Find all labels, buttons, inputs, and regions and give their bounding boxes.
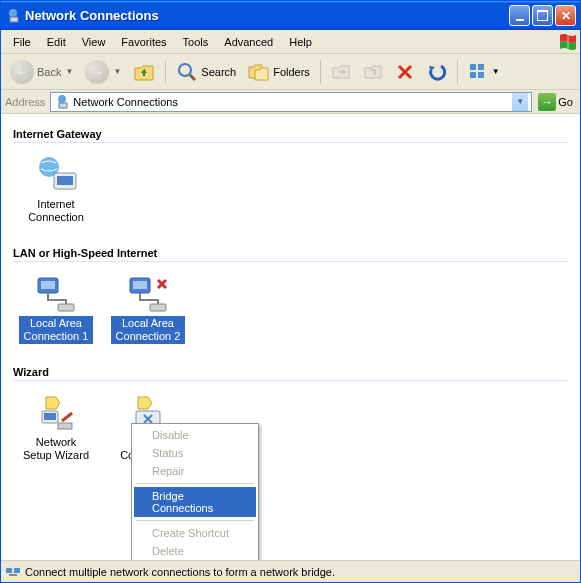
local-area-connection-2-item[interactable]: Local Area Connection 2 [111,274,185,344]
menu-view[interactable]: View [74,34,114,50]
address-text: Network Connections [73,96,509,108]
svg-point-3 [179,64,191,76]
svg-rect-6 [478,64,484,70]
folders-icon [248,62,270,82]
lan-connection-icon [32,274,80,314]
search-label: Search [201,66,236,78]
item-label: Internet Connection [19,197,93,225]
svg-rect-24 [6,568,12,573]
go-label: Go [558,96,573,108]
svg-rect-19 [150,304,166,311]
minimize-button[interactable] [509,5,530,26]
svg-rect-16 [58,304,74,311]
menu-favorites[interactable]: Favorites [113,34,174,50]
svg-rect-10 [59,103,67,108]
svg-rect-7 [470,72,476,78]
svg-rect-8 [478,72,484,78]
menubar: File Edit View Favorites Tools Advanced … [1,30,580,54]
svg-point-0 [9,9,17,17]
go-arrow-icon: → [538,93,556,111]
toolbar-separator [457,60,458,84]
menu-edit[interactable]: Edit [39,34,74,50]
window-title: Network Connections [25,8,509,23]
gateway-items: Internet Connection [13,149,568,241]
forward-arrow-icon: → [85,60,109,84]
lan-disconnected-icon [124,274,172,314]
item-label: Network Setup Wizard [19,435,93,463]
back-label: Back [37,66,61,78]
menu-file[interactable]: File [5,34,39,50]
window-controls [509,5,576,26]
copy-to-button [358,59,388,85]
svg-rect-21 [44,413,56,420]
item-label: Local Area Connection 2 [111,316,185,344]
internet-connection-icon [32,155,80,195]
ctx-separator [136,520,254,521]
bridge-icon [5,564,21,580]
folders-label: Folders [273,66,310,78]
move-to-button [326,59,356,85]
close-button[interactable] [555,5,576,26]
views-icon [468,62,488,82]
undo-button[interactable] [422,59,452,85]
undo-icon [427,62,447,82]
svg-rect-25 [14,568,20,573]
views-button[interactable]: ▼ [463,59,505,85]
back-arrow-icon: ← [10,60,34,84]
ctx-repair: Repair [134,462,256,480]
menu-tools[interactable]: Tools [175,34,217,50]
address-label: Address [5,96,47,108]
go-button[interactable]: → Go [535,92,576,112]
maximize-button[interactable] [532,5,553,26]
statusbar-text: Connect multiple network connections to … [25,566,335,578]
svg-line-4 [190,75,195,80]
search-button[interactable]: Search [171,58,241,86]
addressbar: Address Network Connections ▼ → Go [1,90,580,114]
network-connections-icon [5,8,21,24]
svg-rect-2 [567,34,569,50]
address-dropdown-icon[interactable]: ▼ [512,93,528,111]
network-setup-wizard-item[interactable]: Network Setup Wizard [19,393,93,476]
statusbar: Connect multiple network connections to … [1,560,580,582]
lan-items: Local Area Connection 1 Local Area Conne… [13,268,568,360]
toolbar: ← Back ▼ → ▼ Search Folders [1,54,580,90]
window: Network Connections File Edit View Favor… [0,0,581,583]
svg-rect-13 [57,176,73,185]
svg-rect-18 [133,281,147,289]
svg-rect-22 [58,423,72,429]
menu-advanced[interactable]: Advanced [216,34,281,50]
back-dropdown-icon: ▼ [65,67,73,76]
section-lan: LAN or High-Speed Internet [13,241,568,262]
ctx-separator [136,483,254,484]
folders-button[interactable]: Folders [243,59,315,85]
ctx-delete: Delete [134,542,256,560]
toolbar-separator [165,60,166,84]
content-area: Internet Gateway Internet Connection LAN… [1,114,580,560]
ctx-disable: Disable [134,426,256,444]
ctx-bridge-connections[interactable]: Bridge Connections [134,487,256,517]
ctx-status: Status [134,444,256,462]
svg-rect-5 [470,64,476,70]
address-input[interactable]: Network Connections ▼ [50,92,532,112]
local-area-connection-1-item[interactable]: Local Area Connection 1 [19,274,93,344]
move-to-icon [331,62,351,82]
svg-rect-1 [10,17,18,22]
forward-dropdown-icon: ▼ [113,67,121,76]
search-icon [176,61,198,83]
up-button[interactable] [128,59,160,85]
internet-connection-item[interactable]: Internet Connection [19,155,93,225]
toolbar-separator [320,60,321,84]
network-connections-icon [54,94,70,110]
ctx-create-shortcut: Create Shortcut [134,524,256,542]
folder-up-icon [133,62,155,82]
forward-button: → ▼ [80,57,126,87]
menu-help[interactable]: Help [281,34,320,50]
back-button: ← Back ▼ [5,57,78,87]
views-dropdown-icon: ▼ [492,67,500,76]
context-menu: Disable Status Repair Bridge Connections… [131,423,259,560]
delete-button[interactable] [390,59,420,85]
titlebar[interactable]: Network Connections [1,1,580,30]
copy-to-icon [363,62,383,82]
section-internet-gateway: Internet Gateway [13,122,568,143]
svg-point-9 [58,95,66,103]
